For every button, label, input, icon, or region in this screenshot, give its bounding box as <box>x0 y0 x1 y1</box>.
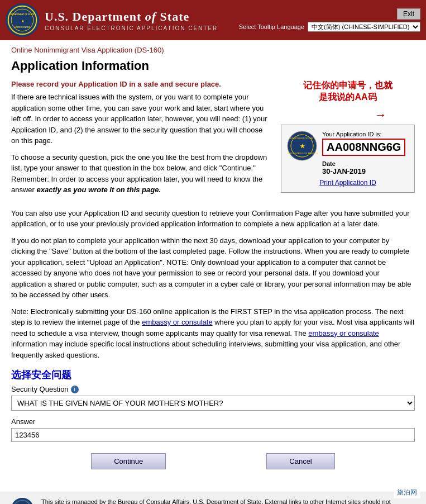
app-id-card-inner: ★ DEPARTMENT OF STATE UNITED STATES OF A… <box>287 131 409 175</box>
answer-input[interactable] <box>11 428 415 442</box>
header-right: Exit Select Tooltip Language 中文(简体) (CHI… <box>239 8 420 32</box>
exit-button[interactable]: Exit <box>397 8 420 20</box>
cancel-button[interactable]: Cancel <box>266 453 334 469</box>
answer-group: Answer <box>11 417 415 442</box>
security-question-select[interactable]: WHAT IS THE GIVEN NAME OF YOUR MOTHER'S … <box>11 396 415 411</box>
svg-text:DEPARTMENT OF STATE: DEPARTMENT OF STATE <box>289 137 315 140</box>
footer-para: This site is managed by the Bureau of Co… <box>41 498 398 504</box>
answer-label: Answer <box>11 417 415 426</box>
tooltip-row: Select Tooltip Language 中文(简体) (CHINESE-… <box>239 22 420 32</box>
para1: If there are technical issues with the s… <box>11 92 270 146</box>
app-id-card: ★ DEPARTMENT OF STATE UNITED STATES OF A… <box>281 125 415 193</box>
content-section: You can also use your Application ID and… <box>11 208 415 361</box>
top-left: Please record your Application ID in a s… <box>11 80 270 201</box>
app-id-label: Your Application ID is: <box>322 131 409 137</box>
chinese-annotation: 记住你的申请号，也就 是我说的AA码 <box>281 80 415 103</box>
svg-text:UNITED STATES: UNITED STATES <box>15 26 31 28</box>
breadcrumb: Online Nonimmigrant Visa Application (DS… <box>11 46 415 54</box>
watermark: 旅泊网 <box>394 487 420 498</box>
language-select[interactable]: 中文(简体) (CHINESE-SIMPLIFIED) <box>308 22 420 32</box>
page-title: Application Information <box>11 59 415 73</box>
para3: You can also use your Application ID and… <box>11 208 415 230</box>
top-right: 记住你的申请号，也就 是我说的AA码 → ★ DEPARTMENT OF STA… <box>281 80 415 193</box>
section-title-cn: 选择安全问题 <box>11 368 415 382</box>
svg-text:★: ★ <box>300 143 305 149</box>
header-title: U.S. Department of State CONSULAR ELECTR… <box>45 9 218 31</box>
embassy-link-1[interactable]: embassy or consulate <box>142 318 212 326</box>
dept-name: U.S. Department of State <box>45 9 218 24</box>
header: ★ DEPARTMENT OF STATE UNITED STATES U.S.… <box>0 0 426 40</box>
app-id-date-label: Date <box>322 160 409 167</box>
header-left: ★ DEPARTMENT OF STATE UNITED STATES U.S.… <box>6 3 218 37</box>
print-app-id-link[interactable]: Print Application ID <box>287 179 409 187</box>
svg-text:DEPARTMENT OF STATE: DEPARTMENT OF STATE <box>11 13 35 16</box>
para5: Note: Electronically submitting your DS-… <box>11 306 415 361</box>
warning-text: Please record your Application ID in a s… <box>11 80 270 88</box>
para2-bold: exactly as you wrote it on this page. <box>37 186 161 194</box>
top-section: Please record your Application ID in a s… <box>11 80 415 201</box>
svg-text:UNITED STATES OF AMERICA: UNITED STATES OF AMERICA <box>287 152 318 155</box>
app-id-value: AA008NNG6G <box>322 139 405 156</box>
embassy-link-2[interactable]: embassy or consulate <box>308 329 379 337</box>
main-content: Online Nonimmigrant Visa Application (DS… <box>0 40 426 492</box>
tooltip-label: Select Tooltip Language <box>239 23 304 30</box>
arrow-annotation: → <box>281 108 415 122</box>
state-dept-seal: ★ DEPARTMENT OF STATE UNITED STATES <box>6 3 39 37</box>
security-question-label: Security Question i <box>11 385 415 393</box>
para2: To choose a security question, pick the … <box>11 152 270 196</box>
security-question-group: Security Question i WHAT IS THE GIVEN NA… <box>11 385 415 411</box>
footer-seal: C <box>11 498 33 504</box>
para4: If you do not plan to complete your appl… <box>11 235 415 301</box>
info-icon[interactable]: i <box>71 386 79 393</box>
svg-point-10 <box>14 501 31 504</box>
app-id-date-value: 30-JAN-2019 <box>322 167 409 175</box>
footer: C This site is managed by the Bureau of … <box>0 492 426 504</box>
app-id-info: Your Application ID is: AA008NNG6G Date … <box>322 131 409 175</box>
footer-text: This site is managed by the Bureau of Co… <box>41 498 398 504</box>
app-center-name: CONSULAR ELECTRONIC APPLICATION CENTER <box>45 25 218 31</box>
card-seal: ★ DEPARTMENT OF STATE UNITED STATES OF A… <box>287 131 318 163</box>
button-row: Continue Cancel <box>11 453 415 469</box>
continue-button[interactable]: Continue <box>91 453 166 469</box>
